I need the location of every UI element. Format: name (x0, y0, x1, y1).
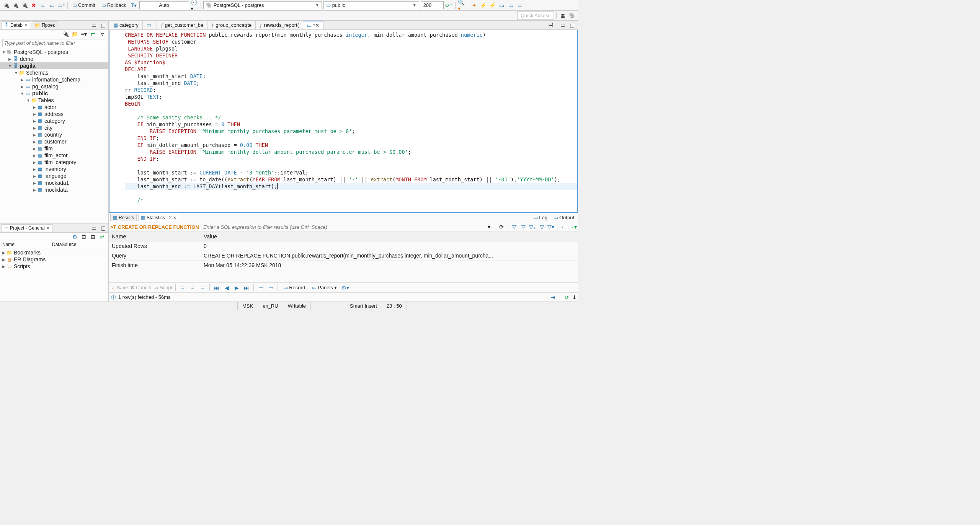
project-item-bookmarks[interactable]: ▶📁Bookmarks (0, 249, 108, 256)
editor-tab[interactable]: ▭ (143, 21, 157, 29)
filter-input[interactable] (203, 224, 483, 230)
first-icon[interactable]: ⏮ (213, 284, 220, 292)
plug-green-icon[interactable]: 🔌 (21, 2, 28, 9)
editor-tab[interactable]: ƒrewards_report( (256, 21, 303, 29)
tree-item-film-category[interactable]: ▶▦film_category (0, 159, 108, 166)
editor-tab[interactable]: ƒgroup_concat(te (207, 21, 256, 29)
perspective2-icon[interactable]: 🐘 (568, 12, 576, 20)
auto-commit-combo[interactable]: Auto (139, 1, 189, 9)
tab-statistics[interactable]: ▦Statistics - 2✕ (138, 214, 179, 221)
link-icon[interactable]: ⇄ (98, 233, 106, 241)
collapse-icon[interactable]: ⊟ (80, 233, 88, 241)
layout1-icon[interactable]: ▭ (498, 2, 506, 9)
maximize-icon[interactable]: ▢ (99, 224, 107, 232)
tab-project[interactable]: ▭Project - General✕ (2, 224, 52, 232)
tree-item-mockdata[interactable]: ▶▦mockdata (0, 186, 108, 193)
export-icon[interactable]: ⇥ (549, 293, 557, 301)
tree-item-film[interactable]: ▶▦film (0, 145, 108, 152)
limit-input[interactable]: 200 (421, 1, 444, 9)
close-icon[interactable]: ✕ (24, 23, 28, 28)
table-row[interactable]: Updated Rows0 (109, 241, 578, 251)
fold-icon[interactable]: =▾ (80, 30, 88, 38)
tree-item-address[interactable]: ▶▦address (0, 111, 108, 117)
next-icon[interactable]: ▶ (233, 284, 240, 292)
layout3-icon[interactable]: ▭ (516, 2, 524, 9)
tree-item-category[interactable]: ▶▦category (0, 117, 108, 124)
gear-icon[interactable]: ⚙▾ (341, 284, 349, 292)
mode2-icon[interactable]: ▭ (267, 284, 274, 292)
close-icon[interactable]: ✕ (173, 215, 176, 220)
tab-projects[interactable]: 📁Проек (32, 21, 57, 29)
tree-item-pg-catalog[interactable]: ▶▭pg_catalog (0, 83, 108, 90)
commit-button[interactable]: ▭Commit (70, 2, 98, 9)
editor-tab[interactable]: ▦category (109, 21, 143, 29)
bolt2-icon[interactable]: ⚡ (489, 2, 497, 9)
prev-icon[interactable]: ◀ (223, 284, 230, 292)
layout2-icon[interactable]: ▭ (507, 2, 515, 9)
minimize-icon[interactable]: ▭ (90, 224, 98, 232)
minimize-icon[interactable]: ▭ (559, 21, 567, 29)
panels-button[interactable]: ▭Panels ▾ (310, 284, 339, 291)
link-icon[interactable]: ⇄ (89, 30, 97, 38)
tab-database[interactable]: 🗄Datab✕ (2, 21, 30, 29)
connect-icon[interactable]: 🔌 (62, 30, 69, 38)
tree-item-demo[interactable]: ▶🗄demo (0, 55, 108, 62)
maximize-icon[interactable]: ▢ (568, 21, 576, 29)
tree-item-information-schema[interactable]: ▶▭information_schema (0, 76, 108, 83)
align3-icon[interactable]: ≡ (199, 284, 206, 292)
tree-item-customer[interactable]: ▶▦customer (0, 138, 108, 145)
maximize-icon[interactable]: ▢ (99, 21, 107, 29)
sql-editor-icon[interactable]: ▭ (39, 2, 47, 9)
tree-item-actor[interactable]: ▶▦actor (0, 104, 108, 111)
last-icon[interactable]: ⏭ (243, 284, 250, 292)
close-icon[interactable]: ✕ (46, 226, 50, 231)
refresh-icon[interactable]: ⟳ (498, 223, 505, 231)
history-icon[interactable]: 🕘▾ (191, 2, 198, 9)
tree-item-language[interactable]: ▶▦language (0, 173, 108, 179)
filter2-icon[interactable]: ▽ (519, 223, 527, 231)
tree-item-inventory[interactable]: ▶▦inventory (0, 166, 108, 173)
db-filter-input[interactable] (2, 39, 106, 47)
schema-combo[interactable]: ▭public ▼ (323, 1, 419, 9)
rollback-button[interactable]: ▭Rollback (99, 2, 129, 9)
tree-item-country[interactable]: ▶▦country (0, 131, 108, 138)
filter1-icon[interactable]: ▽ (510, 223, 518, 231)
minimize-icon[interactable]: ▭ (90, 21, 98, 29)
quick-access-button[interactable]: Quick Access (517, 11, 554, 20)
sql-editor3-icon[interactable]: ▭⁺ (57, 2, 65, 9)
editor-tab[interactable]: ƒget_customer_ba (157, 21, 207, 29)
tree-item-pagila[interactable]: ▼🗄pagila (0, 62, 108, 69)
star-icon[interactable]: ✦ (470, 2, 478, 9)
table-row[interactable]: QueryCREATE OR REPLACE FUNCTION public.r… (109, 251, 578, 261)
tree-item-schemas[interactable]: ▼📁Schemas (0, 69, 108, 76)
plug-icon[interactable]: 🔌 (11, 2, 19, 9)
gear-icon[interactable]: ⚙ (71, 233, 78, 241)
tree-item-film-actor[interactable]: ▶▦film_actor (0, 152, 108, 159)
project-item-er-diagrams[interactable]: ▶▦ER Diagrams (0, 256, 108, 263)
cancel-button[interactable]: ✖ Cancel (130, 285, 151, 290)
find-icon[interactable]: 🔍▾ (458, 2, 466, 9)
connection-combo[interactable]: 🐘PostgreSQL - postgres ▼ (203, 1, 322, 9)
tab-results[interactable]: ▦Results (110, 214, 137, 221)
dropdown-icon[interactable]: ▾ (485, 223, 493, 231)
log-button[interactable]: ▭Log (531, 214, 550, 221)
folder-icon[interactable]: 📁 (71, 30, 78, 38)
output-button[interactable]: ▭Output (551, 214, 577, 221)
perspective1-icon[interactable]: ▦ (559, 12, 567, 20)
tabs-overflow[interactable]: »4 (546, 23, 557, 28)
tree-item-tables[interactable]: ▼📁Tables (0, 97, 108, 104)
project-item-scripts[interactable]: ▶▭Scripts (0, 263, 108, 270)
tree-item-postgresql-postgres[interactable]: ▼🐘PostgreSQL - postgres (0, 49, 108, 55)
forward-icon[interactable]: →▾ (569, 223, 577, 231)
tree-item-city[interactable]: ▶▦city (0, 124, 108, 131)
tree-item-mockada1[interactable]: ▶▦mockada1 (0, 179, 108, 186)
tx-mode-icon[interactable]: T▾ (130, 2, 138, 9)
tree-item-public[interactable]: ▼▭public (0, 90, 108, 97)
editor-tab[interactable]: ▭*✕ (303, 21, 323, 29)
sql-editor[interactable]: CREATE OR REPLACE FUNCTION public.reward… (109, 30, 578, 213)
col-value[interactable]: Value (201, 232, 578, 241)
expand-icon[interactable]: ⊞ (89, 233, 97, 241)
mode1-icon[interactable]: ▭ (257, 284, 265, 292)
table-row[interactable]: Finish timeMon Mar 05 14:22:39 MSK 2018 (109, 261, 578, 270)
filter4-icon[interactable]: ▽ (538, 223, 546, 231)
